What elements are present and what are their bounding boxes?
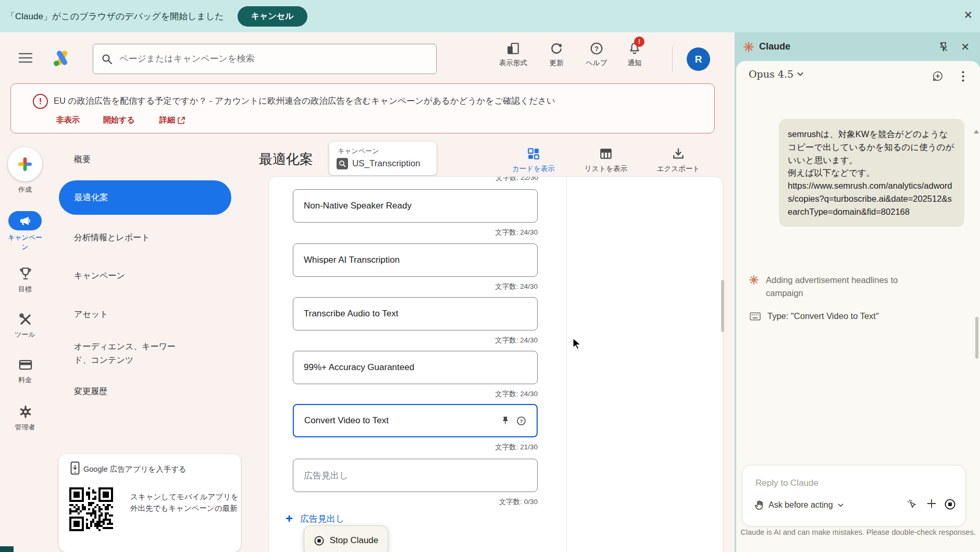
reply-input[interactable]: Reply to Claude Ask before acting [742,465,966,526]
search-icon [102,54,112,64]
refresh-icon [550,42,563,55]
char-counter: 文字数: 24/30 [293,228,538,237]
taskbar-corner [0,546,14,552]
rail-campaigns-button[interactable] [8,211,42,230]
notifications-button[interactable]: ! 通知 [612,42,657,68]
qr-code [69,487,113,531]
attach-plus-icon[interactable] [926,498,937,509]
headline-input[interactable]: Whisper AI Transcription [293,243,538,277]
campaign-selector-chip[interactable]: キャンペーン US_Transcription [329,142,437,175]
claude-status-row: Adding advertisement headlines to campai… [749,274,931,300]
stop-button-icon[interactable] [944,498,956,510]
phone-download-icon [70,461,80,475]
scroll-up-arrow[interactable] [974,130,979,133]
eu-ads-banner: ! EU の政治広告を配信する予定ですか？ - アカウントに欧州連合の政治広告を… [10,83,715,133]
external-link-icon [178,117,185,124]
clipped-char-counter: 文字数: 22/30 [293,176,538,182]
claude-logo-icon [743,41,754,53]
close-icon[interactable]: ✕ [963,9,973,20]
show-list-button[interactable]: リストを表示 [575,147,637,174]
chevron-down-icon [797,72,803,76]
sidebar-item-recommendations[interactable]: 最適化案 [59,180,231,215]
list-view-icon [599,147,613,161]
claude-status-text: Adding advertisement headlines to campai… [766,274,931,300]
char-counter: 文字数: 24/30 [293,282,538,291]
download-icon [672,147,685,161]
notification-badge: ! [634,36,644,47]
chevron-down-icon [838,503,843,507]
debug-message: 「Claude」がこのブラウザのデバッグを開始しました [6,10,224,22]
admin-icon[interactable] [18,404,33,419]
header-divider [672,46,673,72]
char-counter: 文字数: 0/30 [293,497,538,507]
goals-icon[interactable] [18,266,33,281]
sidebar-item-audiences[interactable]: オーディエンス、キーワード、コンテンツ [74,340,225,366]
reply-placeholder: Reply to Claude [755,478,818,488]
claude-action-text: Type: "Convert Video to Text" [767,311,879,321]
eu-banner-message: EU の政治広告を配信する予定ですか？ - アカウントに欧州連合の政治広告を含む… [54,95,555,107]
sidebar-item-insights[interactable]: 分析情報とレポート [74,232,225,243]
promo-line2: 外出先でもキャンペーンの最新 [130,504,238,513]
rail-admin-label: 管理者 [0,423,50,432]
screen: 「Claude」がこのブラウザのデバッグを開始しました キャンセル ✕ 表示形式… [0,0,980,552]
claude-sidebar-header: Claude ✕ [735,32,980,61]
mobile-app-promo-card: Google 広告アプリを入手する スキャンしてモバイルアプリを 外出先でもキャ… [59,454,241,552]
unpin-icon[interactable] [938,42,949,52]
headline-input[interactable]: Transcribe Audio to Text [293,297,538,330]
headline-input-empty[interactable]: 広告見出し [293,459,538,492]
google-ads-logo[interactable] [52,50,72,67]
display-format-button[interactable]: 表示形式 [491,42,536,68]
search-input[interactable] [118,53,428,65]
avatar[interactable]: R [687,47,710,71]
start-link[interactable]: 開始する [103,115,135,125]
refresh-button[interactable]: 更新 [534,42,579,68]
plus-icon: + [286,512,293,525]
headline-input[interactable]: Non-Native Speaker Ready [293,189,538,223]
sidebar-scrollbar[interactable] [975,317,978,359]
display-format-icon [506,42,520,55]
rail-create-label: 作成 [0,185,50,194]
svg-text:?: ? [519,418,523,424]
dismiss-link[interactable]: 非表示 [56,115,80,125]
billing-icon[interactable] [18,358,33,372]
hand-icon [754,500,764,510]
sidebar-item-campaigns[interactable]: キャンペーン [74,271,225,281]
keyboard-icon [750,312,761,321]
cancel-debug-button[interactable]: キャンセル [238,6,307,27]
show-cards-button[interactable]: カードを表示 [502,147,565,174]
hamburger-menu-icon[interactable] [19,52,32,64]
claude-action-row: Type: "Convert Video to Text" [750,311,879,321]
pin-icon[interactable] [501,416,510,425]
close-sidebar-icon[interactable]: ✕ [961,41,970,53]
claude-panel: Opus 4.5 semrushは、対象KWを競合がどのようなコピーで出している… [736,61,980,552]
cursor-mode-icon[interactable] [906,498,917,510]
sidebar-item-assets[interactable]: アセット [74,309,225,320]
claude-sidebar: Claude ✕ Opus 4.5 semrushは、対象KWを競合がどのような… [735,32,980,552]
headline-input[interactable]: 99%+ Accuracy Guaranteed [293,351,538,384]
tools-icon[interactable] [18,312,33,327]
user-message-bubble: semrushは、対象KWを競合がどのようなコピーで出しているかを知るのに使うの… [779,119,964,227]
model-selector[interactable]: Opus 4.5 [749,68,803,80]
more-options-icon[interactable] [962,71,964,82]
field-help-icon[interactable]: ? [516,416,526,426]
permission-mode-selector[interactable]: Ask before acting [754,500,843,510]
add-headline-button[interactable]: + 広告見出し [286,512,344,525]
ai-disclaimer: Claude is AI and can make mistakes. Plea… [740,526,976,538]
search-box[interactable] [93,44,437,74]
headline-input-focused[interactable]: Convert Video to Text ? [293,404,538,437]
new-chat-icon[interactable] [932,70,944,82]
main-scrollbar[interactable] [721,280,724,332]
megaphone-icon [19,215,31,227]
stop-record-icon [314,535,325,546]
char-counter: 文字数: 21/30 [293,443,538,452]
stop-claude-button[interactable]: Stop Claude [304,525,388,552]
export-button[interactable]: エクスポート [647,147,710,174]
rail-goals-label: 目標 [0,285,50,294]
details-link[interactable]: 詳細 [159,115,185,125]
campaign-chip-label: キャンペーン [338,146,379,156]
debug-bar: 「Claude」がこのブラウザのデバッグを開始しました キャンセル ✕ [0,0,980,32]
sidebar-item-overview[interactable]: 概要 [74,154,91,165]
sidebar-item-change-history[interactable]: 変更履歴 [74,386,107,397]
rail-billing-label: 料金 [0,375,50,385]
create-button[interactable] [8,147,42,181]
